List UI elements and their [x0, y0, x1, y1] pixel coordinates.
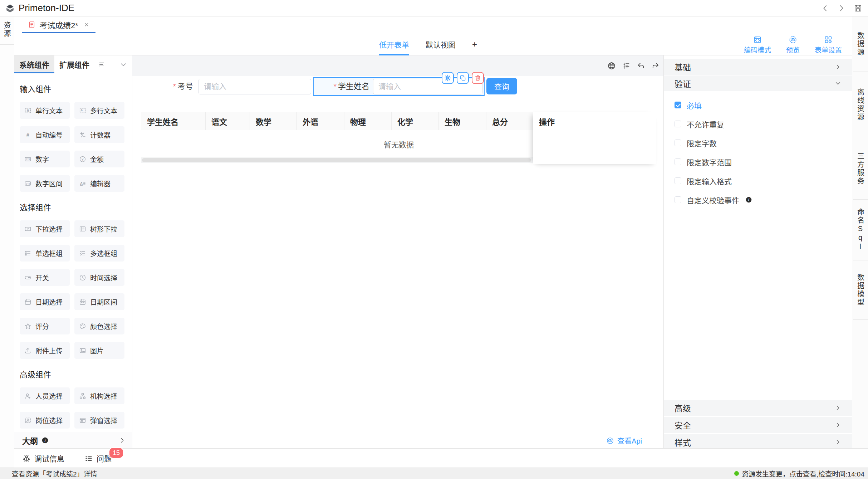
component-card-date-picker[interactable]: 日期选择: [20, 293, 70, 310]
palette-config-icon[interactable]: [98, 61, 105, 68]
status-right-text[interactable]: 资源发生变更，点击查看,检查时间:14:04: [734, 469, 864, 478]
palette-tab-system[interactable]: 系统组件: [14, 55, 54, 73]
chevron-down-icon: [835, 80, 841, 87]
outline-tree-icon[interactable]: [622, 62, 631, 70]
validation-option: 限定数字范围: [675, 152, 845, 171]
view-tab-default-view[interactable]: 默认视图: [426, 33, 456, 55]
eye-icon: [606, 437, 614, 445]
component-palette: 系统组件 扩展组件 输入组件A单行文本A多行文本#自动编号计数器123数字¥金额…: [14, 55, 132, 432]
app-title: Primeton-IDE: [19, 3, 74, 14]
component-card-editor[interactable]: A编辑器: [74, 175, 124, 192]
section-security[interactable]: 安全: [664, 417, 852, 433]
outline-toggle[interactable]: 大纲 i: [14, 432, 132, 448]
svg-text:¥: ¥: [81, 157, 84, 161]
switch-icon: [24, 274, 31, 281]
editor-icon: A: [79, 180, 86, 187]
result-table: 学生姓名语文数学外语物理化学生物总分 暂无数据 操作: [141, 112, 656, 163]
palette-grid: 人员选择机构选择岗位选择弹窗选择: [14, 387, 132, 429]
component-card-tree-dropdown[interactable]: 树形下拉: [74, 220, 124, 237]
delete-component-button[interactable]: [472, 72, 484, 84]
right-strip-item[interactable]: 离线资源: [853, 72, 868, 138]
outline-label: 大纲: [22, 435, 38, 446]
scrollbar-thumb[interactable]: [142, 158, 531, 162]
date-picker-icon: [24, 298, 31, 306]
globe-icon[interactable]: [607, 62, 616, 70]
tab-exam-score[interactable]: 考试成绩2*: [22, 16, 95, 33]
checkbox[interactable]: [675, 177, 681, 184]
tree-dropdown-icon: [79, 225, 86, 233]
component-settings-button[interactable]: [442, 72, 454, 84]
rating-icon: [24, 323, 31, 330]
component-card-rating[interactable]: 评分: [20, 318, 70, 334]
image-icon: [79, 347, 86, 354]
palette-tab-extended[interactable]: 扩展组件: [54, 55, 94, 73]
preview-button[interactable]: 预览: [786, 35, 800, 54]
checkbox[interactable]: [675, 140, 681, 146]
view-tab-lowcode-form[interactable]: 低开表单: [379, 33, 409, 55]
component-card-image[interactable]: 图片: [74, 342, 124, 359]
right-strip-item[interactable]: 数据源: [853, 16, 868, 72]
svg-text:#: #: [26, 132, 29, 137]
section-validation[interactable]: 验证: [664, 75, 852, 91]
component-card-checkbox-group[interactable]: 多选框组: [74, 245, 124, 262]
info-icon[interactable]: i: [745, 196, 752, 203]
section-basic[interactable]: 基础: [664, 59, 852, 75]
code-mode-button[interactable]: 编码模式: [744, 35, 771, 54]
info-icon: i: [41, 437, 49, 444]
component-card-color-picker[interactable]: 颜色选择: [74, 318, 124, 334]
section-style[interactable]: 样式: [664, 434, 852, 450]
right-strip-item[interactable]: 数据模型: [853, 260, 868, 320]
right-strip-item[interactable]: 命名Sql: [853, 200, 868, 260]
field-label-exam-no: *考号: [161, 79, 193, 94]
debug-info-button[interactable]: 调试信息: [22, 453, 64, 464]
search-button[interactable]: 查询: [486, 78, 517, 94]
component-card-multi-text[interactable]: A多行文本: [74, 102, 124, 119]
component-card-switch[interactable]: 开关: [20, 269, 70, 286]
status-left-text[interactable]: 查看资源「考试成绩2」详情: [12, 469, 97, 478]
redo-icon[interactable]: [651, 62, 660, 70]
component-card-time-picker[interactable]: 时间选择: [74, 269, 124, 286]
component-card-radio-group[interactable]: 单选框组: [20, 245, 70, 262]
form-settings-button[interactable]: 表单设置: [815, 35, 842, 54]
form-file-icon: [28, 21, 36, 29]
checkbox[interactable]: [675, 158, 681, 165]
checkbox[interactable]: [675, 121, 681, 127]
component-card-number-range[interactable]: 1~3数字区间: [20, 175, 70, 192]
component-card-number[interactable]: 123数字: [20, 151, 70, 167]
chevron-down-icon[interactable]: [120, 61, 127, 68]
number-range-icon: 1~3: [24, 180, 31, 187]
component-card-org-select[interactable]: 机构选择: [74, 387, 124, 404]
component-card-upload[interactable]: 附件上传: [20, 342, 70, 359]
svg-text:1~3: 1~3: [26, 182, 30, 185]
component-card-counter[interactable]: 计数器: [74, 126, 124, 143]
close-icon[interactable]: [83, 21, 90, 28]
copy-component-button[interactable]: [457, 72, 469, 84]
view-api-link[interactable]: 查看Api: [606, 435, 642, 446]
validation-option: 不允许重复: [675, 114, 845, 133]
problems-button[interactable]: 问题 15: [84, 453, 112, 464]
checkbox[interactable]: [675, 196, 681, 203]
component-card-dropdown[interactable]: 下拉选择: [20, 220, 70, 237]
dropdown-icon: [24, 225, 31, 233]
table-header-cell: 生物: [439, 112, 486, 130]
section-advanced[interactable]: 高级: [664, 400, 852, 416]
forward-icon[interactable]: [837, 4, 846, 13]
right-strip-item[interactable]: 三方服务: [853, 138, 868, 200]
component-card-position-select[interactable]: 岗位选择: [20, 412, 70, 429]
component-card-single-text[interactable]: A单行文本: [20, 102, 70, 119]
popup-select-icon: [79, 417, 86, 424]
undo-icon[interactable]: [637, 62, 645, 70]
sidebar-item-resources[interactable]: 资源: [0, 16, 14, 45]
component-card-date-range[interactable]: 日期区间: [74, 293, 124, 310]
add-view-button[interactable]: +: [472, 33, 477, 55]
component-card-currency[interactable]: ¥金额: [74, 151, 124, 167]
palette-header: 系统组件 扩展组件: [14, 55, 132, 73]
component-card-person-select[interactable]: 人员选择: [20, 387, 70, 404]
component-card-popup-select[interactable]: 弹窗选择: [74, 412, 124, 429]
back-icon[interactable]: [821, 4, 829, 13]
exam-no-input[interactable]: [198, 79, 311, 94]
checkbox[interactable]: [675, 102, 681, 108]
save-icon[interactable]: [854, 4, 862, 13]
component-card-auto-number[interactable]: #自动编号: [20, 126, 70, 143]
table-header-cell: 语文: [206, 112, 250, 130]
